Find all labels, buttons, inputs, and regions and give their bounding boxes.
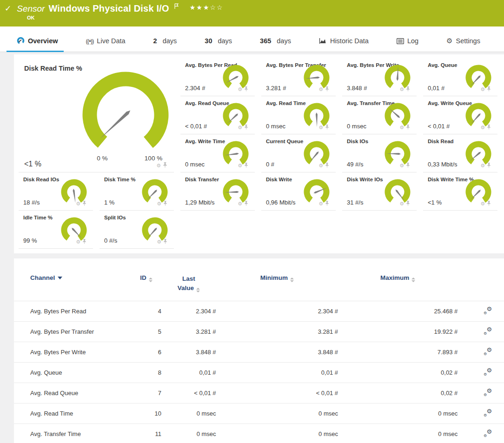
channel-settings-icon[interactable]: ⚙⚙ (484, 327, 492, 335)
gauge-pin-icon[interactable] (163, 238, 167, 246)
gauge-settings-icon[interactable]: ⚙ (480, 125, 485, 130)
gauge-settings-icon[interactable]: ⚙ (480, 87, 485, 92)
gauge-settings-icon[interactable]: ⚙ (238, 163, 242, 168)
channel-gauge-card[interactable]: Avg. Read Queue < 0,01 # ⚙ (180, 96, 255, 134)
priority-stars[interactable]: ★★★☆☆ (190, 4, 224, 11)
channel-settings-icon[interactable]: ⚙⚙ (484, 347, 492, 356)
gauge-settings-icon[interactable]: ⚙ (399, 201, 404, 206)
status-badge: OK (27, 15, 35, 20)
gauge-pin-icon[interactable] (487, 199, 491, 208)
channel-gauge-card[interactable]: Disk Read 0,33 Mbit/s ⚙ (423, 134, 497, 172)
channel-gauge-card[interactable]: Disk IOs 49 #/s ⚙ (342, 134, 417, 172)
channel-value: 99 % (23, 237, 37, 244)
channel-gauge-card[interactable]: Split IOs 0 #/s ⚙ (99, 211, 174, 249)
column-header-id[interactable]: ID (131, 268, 161, 301)
gauge-settings-icon[interactable]: ⚙ (238, 125, 242, 130)
gauge-pin-icon[interactable] (487, 161, 491, 170)
cell-id: 10 (131, 403, 161, 423)
gauge-settings-icon[interactable]: ⚙ (156, 163, 161, 168)
cell-channel[interactable]: Avg. Bytes Per Read (14, 301, 131, 321)
gauge-pin-icon[interactable] (406, 199, 410, 208)
cell-channel[interactable]: Avg. Transfer Time (14, 423, 131, 443)
channel-gauge-card[interactable]: Disk Write IOs 31 #/s ⚙ (342, 172, 417, 211)
channel-gauge-card[interactable]: Avg. Bytes Per Write 3.848 # ⚙ (342, 58, 417, 96)
channel-gauge-card[interactable]: Disk Write Time % <1 % ⚙ (423, 172, 497, 211)
channel-gauge-card[interactable]: Disk Transfer 1,29 Mbit/s ⚙ (180, 172, 255, 211)
channel-gauge-card[interactable]: Disk Write 0,96 Mbit/s ⚙ (261, 172, 336, 211)
channel-gauge-card[interactable]: Avg. Queue 0,01 # ⚙ (423, 58, 497, 96)
gauge-settings-icon[interactable]: ⚙ (76, 239, 80, 245)
channel-gauge-card[interactable]: Avg. Write Time 0 msec ⚙ (180, 134, 255, 172)
gauge-settings-icon[interactable]: ⚙ (238, 201, 242, 206)
channel-settings-icon[interactable]: ⚙⚙ (484, 429, 492, 437)
gauge-settings-icon[interactable]: ⚙ (76, 201, 80, 206)
gauge-settings-icon[interactable]: ⚙ (318, 163, 323, 168)
gauge-settings-icon[interactable]: ⚙ (318, 125, 323, 130)
channel-settings-icon[interactable]: ⚙⚙ (484, 368, 492, 376)
gauge-settings-icon[interactable]: ⚙ (399, 125, 404, 130)
tab-365-days[interactable]: 365 days (257, 31, 294, 52)
channel-gauge-card[interactable]: Current Queue 0 # ⚙ (261, 134, 336, 172)
tab-2-days[interactable]: 2 days (151, 31, 180, 52)
primary-channel-gauge-card[interactable]: Disk Read Time % 0 % 100 % <1 % ⚙ (19, 58, 174, 172)
gauge-pin-icon[interactable] (244, 123, 248, 132)
cell-channel[interactable]: Avg. Queue (14, 362, 131, 383)
gauge-pin-icon[interactable] (487, 123, 491, 132)
cell-id: 7 (131, 383, 161, 403)
channel-gauge-card[interactable]: Avg. Bytes Per Transfer 3.281 # ⚙ (261, 58, 336, 96)
gauge-pin-icon[interactable] (406, 161, 410, 170)
column-header-minimum[interactable]: Minimum (216, 268, 338, 301)
gauge-settings-icon[interactable]: ⚙ (480, 163, 485, 168)
gauge-pin-icon[interactable] (244, 161, 248, 170)
tab-overview[interactable]: Overview (14, 30, 61, 52)
gauge-settings-icon[interactable]: ⚙ (480, 201, 485, 206)
channel-settings-icon[interactable]: ⚙⚙ (484, 409, 492, 417)
column-header-last-value[interactable]: Last Value (161, 268, 216, 301)
gauge-pin-icon[interactable] (82, 199, 86, 208)
gauge-settings-icon[interactable]: ⚙ (318, 87, 323, 92)
channel-gauge-card[interactable]: Idle Time % 99 % ⚙ (19, 211, 93, 249)
gauge-pin-icon[interactable] (406, 85, 410, 93)
channel-gauge-card[interactable]: Disk Time % 1 % ⚙ (99, 172, 174, 211)
gauge-settings-icon[interactable]: ⚙ (399, 163, 404, 168)
tab-30-days[interactable]: 30 days (202, 31, 235, 52)
gauge-pin-icon[interactable] (325, 161, 329, 170)
gauge-settings-icon[interactable]: ⚙ (157, 239, 161, 245)
gauge-pin-icon[interactable] (325, 123, 329, 132)
tab-log[interactable]: Log (394, 31, 421, 52)
cell-channel[interactable]: Avg. Read Time (14, 403, 131, 423)
channel-gauge-card[interactable]: Avg. Bytes Per Read 2.304 # ⚙ (180, 58, 255, 96)
gauge-settings-icon[interactable]: ⚙ (157, 201, 161, 206)
tab-live-data[interactable]: ((•)) Live Data (83, 31, 128, 52)
column-header-channel[interactable]: Channel (14, 268, 131, 301)
cell-channel[interactable]: Avg. Bytes Per Write (14, 342, 131, 362)
column-header-maximum[interactable]: Maximum (338, 268, 458, 301)
channel-gauge-card[interactable]: Avg. Write Queue < 0,01 # ⚙ (423, 96, 497, 134)
cell-channel[interactable]: Avg. Bytes Per Transfer (14, 321, 131, 342)
gauge-pin-icon[interactable] (244, 85, 248, 93)
gauge-pin-icon[interactable] (406, 123, 410, 132)
channel-settings-icon[interactable]: ⚙⚙ (484, 306, 492, 315)
gauge-settings-icon[interactable]: ⚙ (238, 87, 242, 92)
gauge-pin-icon[interactable] (163, 161, 167, 170)
flag-icon[interactable] (174, 3, 179, 11)
gauge-pin-icon[interactable] (487, 85, 491, 93)
gauge-pin-icon[interactable] (325, 199, 329, 208)
gauge-settings-icon[interactable]: ⚙ (399, 87, 404, 92)
sort-icon (290, 278, 294, 282)
cell-minimum: 0 msec (216, 423, 338, 443)
channel-settings-icon[interactable]: ⚙⚙ (484, 388, 492, 397)
gauge-pin-icon[interactable] (244, 199, 248, 208)
cell-minimum: 0,01 # (216, 362, 338, 383)
channel-gauge-card[interactable]: Avg. Read Time 0 msec ⚙ (261, 96, 336, 134)
gauge-pin-icon[interactable] (82, 238, 86, 246)
channel-gauge-card[interactable]: Avg. Transfer Time 0 msec ⚙ (342, 96, 417, 134)
gauge-pin-icon[interactable] (325, 85, 329, 93)
gauge-pin-icon[interactable] (163, 199, 167, 208)
cell-channel[interactable]: Avg. Read Queue (14, 383, 131, 403)
gauge-settings-icon[interactable]: ⚙ (318, 201, 323, 206)
tab-historic-data[interactable]: Historic Data (316, 31, 371, 52)
tab-settings[interactable]: ⚙ Settings (444, 31, 483, 52)
channel-title: Current Queue (266, 139, 304, 144)
channel-gauge-card[interactable]: Disk Read IOs 18 #/s ⚙ (19, 172, 93, 211)
